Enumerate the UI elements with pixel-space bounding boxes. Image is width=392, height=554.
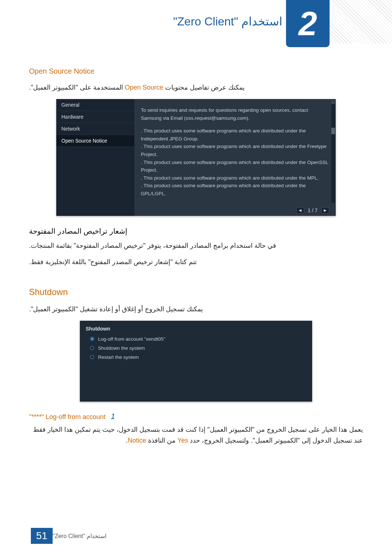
chapter-title: استخدام "Zero Client" — [173, 15, 282, 28]
pager-next-button[interactable]: ▶ — [321, 207, 329, 214]
pager: ◀ 1 / 7 ▶ — [296, 207, 329, 214]
shutdown-option-shutdown[interactable]: Shutdown the system — [80, 344, 312, 353]
pager-prev-button[interactable]: ◀ — [296, 207, 304, 214]
oss-notice-line1: في حالة استخدام برامج المصادر المفتوحة، … — [29, 241, 363, 251]
shutdown-option-restart[interactable]: Restart the system — [80, 353, 312, 362]
open-source-text: To send inquiries and requests for quest… — [134, 99, 336, 201]
footer-text: استخدام "Zero Client" — [53, 533, 106, 539]
shutdown-dialog-title: Shutdown — [80, 324, 312, 335]
logoff-paragraph: يعمل هذا الخيار على تسجيل الخروج من "الك… — [29, 424, 363, 446]
radio-icon[interactable] — [90, 355, 94, 359]
chapter-tab: 2 — [286, 0, 330, 47]
open-source-heading: Open Source Notice — [29, 67, 363, 75]
page-footer: استخدام "Zero Client" 51 — [0, 528, 392, 544]
oss-notice-line2: تتم كتابة "إشعار ترخيص المصدر المفتوح" ب… — [29, 257, 363, 267]
logoff-heading: 1 Log-off from account "****" — [29, 412, 363, 421]
sidebar-item-network[interactable]: Network — [56, 123, 134, 135]
content-scrollbar[interactable] — [331, 100, 335, 203]
scroll-up-arrow-icon[interactable] — [331, 100, 335, 104]
shutdown-option-logoff[interactable]: Log-off from account "xendt05" — [80, 335, 312, 344]
radio-icon[interactable] — [90, 346, 94, 350]
chapter-number: 2 — [298, 5, 317, 43]
sidebar-item-hardware[interactable]: Hardware — [56, 111, 134, 123]
oss-notice-subheading: إشعار تراخيص المصادر المفتوحة — [29, 227, 363, 235]
open-source-intro: يمكنك عرض تفاصيل محتويات Open Source الم… — [29, 83, 363, 93]
shutdown-intro: يمكنك تسجيل الخروج أو إغلاق أو إعادة تشغ… — [29, 304, 363, 314]
scroll-thumb[interactable] — [331, 128, 335, 134]
radio-icon[interactable] — [90, 337, 94, 341]
settings-sidebar: General Hardware Network Open Source Not… — [56, 99, 134, 216]
sidebar-item-open-source-notice[interactable]: Open Source Notice — [56, 135, 134, 147]
sidebar-item-general[interactable]: General — [56, 99, 134, 111]
page-number: 51 — [31, 528, 53, 544]
settings-content-panel: To send inquiries and requests for quest… — [134, 99, 336, 216]
shutdown-dialog-screenshot: Shutdown Log-off from account "xendt05" … — [80, 321, 312, 402]
settings-screenshot: General Hardware Network Open Source Not… — [56, 99, 336, 216]
shutdown-heading: Shutdown — [29, 287, 363, 297]
page-indicator: 1 / 7 — [308, 208, 318, 213]
